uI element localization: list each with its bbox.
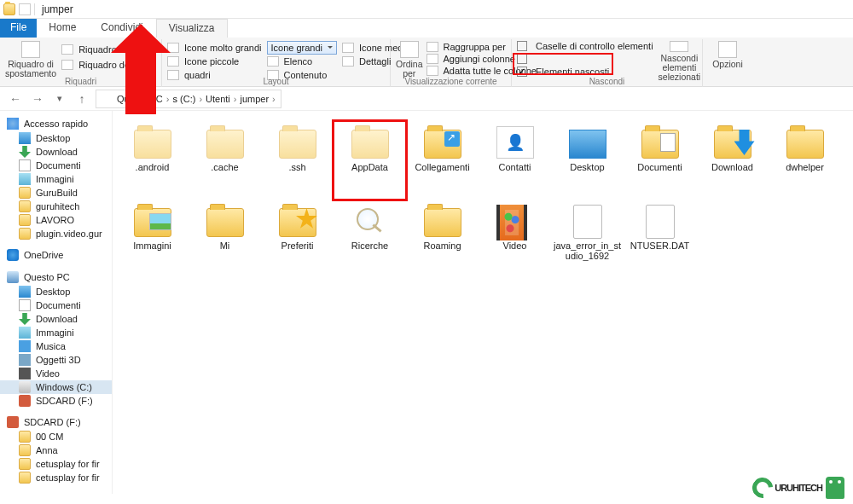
- crumb-drive[interactable]: s (C:): [171, 94, 204, 104]
- file-label: Immagini: [133, 240, 171, 251]
- nav-back-button[interactable]: ←: [7, 90, 24, 107]
- tree-sd-cetus1[interactable]: cetusplay for fir: [0, 457, 112, 471]
- file-item[interactable]: java_error_in_studio_1692: [551, 200, 624, 278]
- file-view[interactable]: .android.cache.sshAppDataCollegamentiCon…: [113, 111, 853, 494]
- file-item[interactable]: AppData: [334, 121, 406, 200]
- address-box[interactable]: Questo PC s (C:) Utenti jumper: [96, 90, 281, 108]
- file-label: Contatti: [499, 162, 531, 172]
- layout-small-icons[interactable]: Icone piccole: [167, 55, 262, 68]
- file-item[interactable]: dwhelper: [769, 121, 841, 200]
- nav-forward-button[interactable]: →: [29, 90, 46, 107]
- preview-pane-button[interactable]: Riquadro di anteprim: [61, 43, 165, 56]
- file-item[interactable]: Desktop: [551, 121, 624, 200]
- hidden-items-toggle[interactable]: Elementi nascosti: [517, 66, 653, 77]
- item-checkboxes-toggle[interactable]: Caselle di controllo elementi: [517, 41, 653, 52]
- tree-pc-video[interactable]: Video: [0, 367, 112, 380]
- s-icons-icon: [167, 56, 179, 67]
- tree-pc-pictures[interactable]: Immagini: [0, 326, 112, 339]
- hide-selected-button[interactable]: Nascondi elementi selezionati: [659, 39, 701, 82]
- folder-icon: [19, 444, 31, 456]
- window-folder-icon: [3, 3, 15, 15]
- file-item[interactable]: Video: [479, 200, 551, 278]
- tree-item-plugin[interactable]: plugin.video.gur: [0, 227, 112, 240]
- tree-item-lavoro[interactable]: LAVORO: [0, 213, 112, 227]
- nav-tree[interactable]: Accesso rapido Desktop Download Document…: [0, 111, 113, 494]
- qat-button[interactable]: [19, 3, 31, 15]
- tab-home[interactable]: Home: [37, 19, 89, 38]
- tree-pc-desktop[interactable]: Desktop: [0, 285, 112, 298]
- crumb-jumper[interactable]: jumper: [238, 94, 276, 104]
- file-item[interactable]: Contatti: [479, 121, 551, 200]
- tree-sdcard[interactable]: SDCARD (F:): [0, 414, 112, 430]
- layout-large-icons[interactable]: Icone grandi: [267, 41, 338, 55]
- video-icon: [19, 368, 31, 379]
- m-icons-icon: [342, 43, 354, 53]
- tree-item-desktop[interactable]: Desktop: [0, 131, 112, 145]
- group-show-hide: Caselle di controllo elementi Elementi n…: [512, 39, 703, 87]
- ribbon: Riquadro di spostamento Riquadro di ante…: [0, 38, 853, 87]
- navigation-pane-button[interactable]: Riquadro di spostamento: [5, 39, 56, 82]
- file-item[interactable]: NTUSER.DAT: [624, 200, 696, 278]
- file-item[interactable]: Roaming: [406, 200, 479, 278]
- file-item[interactable]: Collegamenti: [406, 121, 479, 200]
- xl-icons-icon: [167, 43, 179, 53]
- tree-sd-00cm[interactable]: 00 CM: [0, 430, 112, 443]
- file-label: Documenti: [637, 162, 682, 172]
- file-item[interactable]: Mi: [189, 200, 261, 278]
- window-title: jumper: [42, 3, 73, 15]
- main-area: Accesso rapido Desktop Download Document…: [0, 111, 853, 494]
- tree-pc-music[interactable]: Musica: [0, 339, 112, 353]
- tree-item-documents[interactable]: Documenti: [0, 159, 112, 172]
- layout-xl-icons[interactable]: Icone molto grandi: [167, 41, 262, 55]
- tab-view[interactable]: Visualizza: [156, 19, 228, 38]
- crumb-thispc[interactable]: Questo PC: [115, 94, 171, 104]
- file-item[interactable]: Documenti: [624, 121, 696, 200]
- file-item[interactable]: .android: [116, 121, 189, 200]
- options-button[interactable]: Opzioni: [708, 39, 747, 82]
- group-current-view: Ordina per Raggruppa per Aggiungi colonn…: [391, 39, 512, 87]
- crumb-users[interactable]: Utenti: [204, 94, 238, 104]
- watermark-robot-icon: [826, 477, 844, 499]
- tree-pc-windows-c[interactable]: Windows (C:): [0, 380, 112, 394]
- nav-up-button[interactable]: ↑: [73, 90, 90, 107]
- list-icon: [267, 56, 279, 67]
- tree-pc-documents[interactable]: Documenti: [0, 298, 112, 312]
- file-item[interactable]: Download: [696, 121, 769, 200]
- sort-by-button[interactable]: Ordina per: [396, 39, 423, 82]
- folder-icon: [19, 200, 31, 212]
- nav-recent-button[interactable]: ▾: [51, 90, 68, 107]
- file-extensions-toggle[interactable]: [517, 54, 653, 65]
- tree-item-guruhitech[interactable]: guruhitech: [0, 200, 112, 213]
- watermark-text: URUHITECH: [775, 483, 822, 493]
- download-icon: [19, 313, 31, 325]
- tab-share[interactable]: Condividi: [89, 19, 155, 38]
- tree-item-download[interactable]: Download: [0, 145, 112, 159]
- file-label: Roaming: [423, 240, 461, 251]
- file-label: java_error_in_studio_1692: [554, 240, 622, 261]
- tree-item-gurubuild[interactable]: GuruBuild: [0, 186, 112, 200]
- file-item[interactable]: Ricerche: [334, 200, 406, 278]
- tree-pc-download[interactable]: Download: [0, 312, 112, 326]
- file-label: .android: [136, 162, 170, 172]
- tree-sd-anna[interactable]: Anna: [0, 443, 112, 457]
- tree-pc-3d[interactable]: Oggetti 3D: [0, 353, 112, 367]
- tree-sd-cetus2[interactable]: cetusplay for fir: [0, 471, 112, 484]
- drive-icon: [19, 381, 31, 393]
- file-item[interactable]: Preferiti: [261, 200, 334, 278]
- file-item[interactable]: .cache: [189, 121, 261, 200]
- tree-this-pc[interactable]: Questo PC: [0, 269, 112, 285]
- file-item[interactable]: .ssh: [261, 121, 334, 200]
- star-icon: [7, 118, 19, 130]
- tree-pc-sdcard[interactable]: SDCARD (F:): [0, 394, 112, 408]
- group-panes: Riquadro di spostamento Riquadro di ante…: [0, 39, 162, 87]
- navigation-pane-icon: [21, 41, 40, 58]
- tree-quick-access[interactable]: Accesso rapido: [0, 116, 112, 131]
- download-icon: [19, 146, 31, 158]
- details-pane-button[interactable]: Riquadro dettagli: [61, 58, 165, 72]
- layout-list[interactable]: Elenco: [267, 55, 338, 68]
- tree-onedrive[interactable]: OneDrive: [0, 247, 112, 263]
- file-item[interactable]: Immagini: [116, 200, 189, 278]
- tree-item-pictures[interactable]: Immagini: [0, 172, 112, 186]
- tab-file[interactable]: File: [0, 19, 37, 38]
- folder-icon: [19, 228, 31, 240]
